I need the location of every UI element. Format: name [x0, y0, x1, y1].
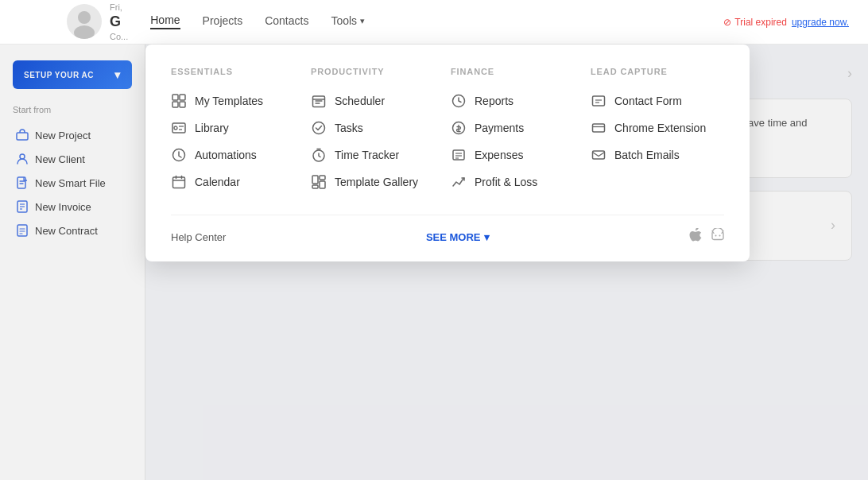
automations-icon	[171, 147, 187, 163]
app-icons	[689, 228, 724, 246]
menu-library[interactable]: Library	[171, 114, 304, 141]
contact-form-label: Contact Form	[614, 95, 682, 107]
svg-point-8	[174, 126, 177, 130]
nav-links: Fri, G Co... Home Projects Contacts Tool…	[67, 2, 365, 43]
trial-expired-text: ⊘ Trial expired	[723, 17, 787, 28]
scheduler-label: Scheduler	[335, 95, 385, 107]
menu-chrome-extension[interactable]: Chrome Extension	[591, 114, 724, 141]
warning-icon: ⊘	[723, 17, 731, 28]
productivity-header: PRODUCTIVITY	[311, 67, 444, 76]
chevron-down-icon: ▾	[360, 16, 365, 26]
essentials-header: ESSENTIALS	[171, 67, 304, 76]
see-more-button[interactable]: SEE MORE ▾	[426, 231, 490, 243]
scheduler-icon	[311, 93, 327, 109]
batch-emails-icon	[591, 147, 606, 163]
chrome-extension-icon	[591, 120, 606, 136]
trial-badge: ⊘ Trial expired upgrade now.	[723, 17, 849, 28]
template-icon	[171, 93, 187, 109]
svg-point-37	[715, 235, 717, 237]
svg-rect-24	[312, 185, 318, 188]
menu-contact-form[interactable]: Contact Form	[591, 87, 724, 114]
dropdown-columns: ESSENTIALS My Templates Library Automati…	[171, 67, 724, 195]
automations-label: Automations	[195, 149, 257, 161]
reports-icon	[451, 93, 467, 109]
chevron-down-icon: ▾	[484, 231, 490, 243]
help-center-link[interactable]: Help Center	[171, 231, 226, 243]
menu-payments[interactable]: Payments	[451, 114, 584, 141]
menu-tasks[interactable]: Tasks	[311, 114, 444, 141]
nav-tools[interactable]: Tools ▾	[331, 14, 365, 29]
svg-rect-23	[320, 181, 325, 188]
essentials-col: ESSENTIALS My Templates Library Automati…	[171, 67, 304, 195]
time-tracker-icon	[311, 147, 327, 163]
nav-contacts[interactable]: Contacts	[265, 14, 308, 29]
profit-loss-icon	[451, 174, 467, 190]
svg-rect-6	[180, 102, 185, 107]
android-icon[interactable]	[711, 228, 724, 246]
svg-point-1	[78, 11, 91, 24]
batch-emails-label: Batch Emails	[614, 149, 680, 161]
svg-rect-5	[172, 102, 178, 107]
upgrade-link[interactable]: upgrade now.	[792, 17, 849, 28]
tasks-label: Tasks	[335, 122, 363, 134]
library-icon	[171, 120, 187, 136]
payments-icon	[451, 120, 467, 136]
template-gallery-label: Template Gallery	[335, 176, 418, 188]
menu-calendar[interactable]: Calendar	[171, 168, 304, 195]
menu-expenses[interactable]: Expenses	[451, 141, 584, 168]
menu-my-templates[interactable]: My Templates	[171, 87, 304, 114]
menu-batch-emails[interactable]: Batch Emails	[591, 141, 724, 168]
reports-label: Reports	[475, 95, 513, 107]
menu-time-tracker[interactable]: Time Tracker	[311, 141, 444, 168]
nav-home[interactable]: Home	[150, 14, 180, 29]
calendar-label: Calendar	[195, 176, 240, 188]
finance-col: FINANCE Reports Payments Expenses	[451, 67, 584, 195]
svg-point-38	[719, 235, 721, 237]
chrome-extension-label: Chrome Extension	[614, 122, 706, 134]
menu-template-gallery[interactable]: Template Gallery	[311, 168, 444, 195]
contact-form-icon	[591, 93, 606, 109]
svg-rect-3	[172, 95, 178, 100]
svg-rect-31	[593, 96, 605, 106]
nav-sub: Co...	[110, 31, 128, 42]
menu-reports[interactable]: Reports	[451, 87, 584, 114]
time-tracker-label: Time Tracker	[335, 149, 399, 161]
nav-date: Fri,	[110, 2, 128, 13]
menu-profit-loss[interactable]: Profit & Loss	[451, 168, 584, 195]
nav-projects[interactable]: Projects	[203, 14, 243, 29]
nav-info: Fri, G Co...	[110, 2, 128, 43]
calendar-icon	[171, 174, 187, 190]
top-nav: Fri, G Co... Home Projects Contacts Tool…	[0, 0, 868, 45]
expenses-label: Expenses	[475, 149, 523, 161]
svg-rect-22	[320, 176, 325, 180]
payments-label: Payments	[475, 122, 524, 134]
menu-automations[interactable]: Automations	[171, 141, 304, 168]
expenses-icon	[451, 147, 467, 163]
svg-rect-21	[312, 176, 318, 184]
library-label: Library	[195, 122, 229, 134]
nav-name: G	[110, 13, 128, 31]
svg-rect-36	[593, 151, 605, 159]
my-templates-label: My Templates	[195, 95, 263, 107]
profit-loss-label: Profit & Loss	[475, 176, 537, 188]
lead-capture-col: LEAD CAPTURE Contact Form Chrome Extensi…	[591, 67, 724, 195]
avatar	[67, 4, 102, 39]
svg-rect-4	[180, 95, 185, 100]
svg-rect-12	[173, 177, 185, 188]
mega-dropdown: ESSENTIALS My Templates Library Automati…	[145, 45, 750, 261]
lead-capture-header: LEAD CAPTURE	[591, 67, 724, 76]
template-gallery-icon	[311, 174, 327, 190]
tasks-icon	[311, 120, 327, 136]
avatar-area: Fri, G Co...	[67, 2, 128, 43]
menu-scheduler[interactable]: Scheduler	[311, 87, 444, 114]
finance-header: FINANCE	[451, 67, 584, 76]
dropdown-footer: Help Center SEE MORE ▾	[171, 215, 724, 246]
svg-rect-34	[593, 124, 605, 132]
svg-point-18	[313, 122, 325, 134]
apple-icon[interactable]	[689, 228, 702, 246]
svg-rect-16	[313, 96, 325, 107]
productivity-col: PRODUCTIVITY Scheduler Tasks Time Tracke…	[311, 67, 444, 195]
